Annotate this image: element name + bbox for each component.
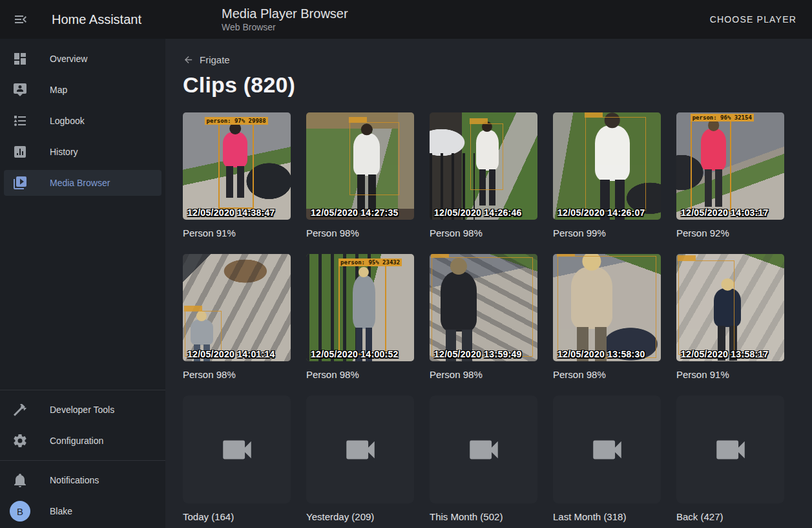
clip-thumbnail: 12/05/2020 14:26:07	[553, 112, 661, 220]
menu-open-icon[interactable]	[13, 12, 28, 27]
clip-card[interactable]: person: 97% 29988 12/05/2020 14:38:47 Pe…	[183, 112, 291, 238]
clip-card[interactable]: 12/05/2020 13:59:49 Person 98%	[430, 254, 537, 380]
detection-label	[678, 255, 696, 261]
bulleted-list-icon	[12, 113, 28, 129]
folder-label: Yesterday (209)	[306, 511, 414, 522]
clip-thumbnail: 12/05/2020 14:26:46	[430, 112, 537, 220]
folder-label: Last Month (318)	[553, 511, 661, 522]
app-bar: Media Player Browser Web Browser CHOOSE …	[165, 0, 812, 39]
clip-card[interactable]: 12/05/2020 14:01:14 Person 98%	[183, 254, 291, 380]
folder-thumbnail	[183, 396, 291, 503]
choose-player-button[interactable]: CHOOSE PLAYER	[703, 9, 803, 30]
page-title: Clips (820)	[183, 72, 812, 98]
app-title: Home Assistant	[52, 12, 141, 27]
sidebar-divider	[0, 460, 165, 461]
video-camera-icon	[465, 431, 503, 469]
sidebar-item-history[interactable]: History	[0, 136, 165, 167]
detection-label: person: 96% 32154	[691, 114, 754, 121]
detection-box	[678, 260, 734, 355]
folder-card[interactable]: Yesterday (209)	[306, 396, 414, 522]
profile-name: Blake	[50, 506, 72, 516]
content: Frigate Clips (820) person: 97% 29988 12…	[165, 39, 812, 528]
sidebar-item-logbook[interactable]: Logbook	[0, 105, 165, 136]
clip-label: Person 98%	[553, 369, 661, 380]
sidebar-item-label: Developer Tools	[50, 405, 114, 415]
sidebar-item-configuration[interactable]: Configuration	[0, 425, 165, 456]
timestamp-overlay: 12/05/2020 14:26:07	[557, 207, 645, 218]
folder-thumbnail	[676, 396, 784, 503]
detection-box	[349, 122, 399, 195]
detection-box: person: 97% 29988	[218, 123, 254, 209]
clip-card[interactable]: 12/05/2020 14:27:35 Person 98%	[306, 112, 414, 238]
detection-label	[349, 117, 367, 123]
folder-card[interactable]: Last Month (318)	[553, 396, 661, 522]
breadcrumb-label: Frigate	[200, 54, 230, 65]
folder-label: Today (164)	[183, 511, 291, 522]
dashboard-icon	[12, 51, 28, 67]
detection-label	[184, 306, 202, 312]
detection-label: person: 97% 29988	[205, 117, 268, 125]
clip-label: Person 91%	[676, 369, 784, 380]
clip-card[interactable]: person: 96% 32154 12/05/2020 14:03:17 Pe…	[676, 112, 784, 238]
media-grid: person: 97% 29988 12/05/2020 14:38:47 Pe…	[183, 112, 812, 522]
clip-label: Person 98%	[306, 369, 414, 380]
appbar-titles: Media Player Browser Web Browser	[165, 6, 348, 33]
detection-box	[557, 256, 657, 358]
clip-label: Person 99%	[553, 227, 661, 238]
folder-card[interactable]: Today (164)	[183, 396, 291, 522]
folder-label: This Month (502)	[430, 511, 537, 522]
folder-label: Back (427)	[676, 511, 784, 522]
folder-thumbnail	[430, 396, 537, 503]
sidebar-item-label: Map	[50, 85, 67, 95]
sidebar-item-overview[interactable]: Overview	[0, 43, 165, 74]
detection-label	[557, 254, 575, 257]
video-camera-icon	[588, 431, 626, 469]
video-camera-icon	[712, 431, 749, 469]
timestamp-overlay: 12/05/2020 13:59:49	[434, 349, 522, 359]
main-area: Media Player Browser Web Browser CHOOSE …	[165, 0, 812, 528]
folder-thumbnail	[306, 396, 414, 503]
clip-card[interactable]: 12/05/2020 14:26:46 Person 98%	[430, 112, 537, 238]
breadcrumb-back[interactable]: Frigate	[183, 54, 230, 65]
sidebar-item-notifications[interactable]: Notifications	[0, 465, 165, 496]
sidebar-item-profile[interactable]: B Blake	[0, 496, 165, 527]
clip-thumbnail: 12/05/2020 13:58:30	[553, 254, 661, 361]
timestamp-overlay: 12/05/2020 14:01:14	[187, 349, 275, 359]
detection-box: person: 95% 23432	[338, 265, 386, 355]
folder-card[interactable]: This Month (502)	[430, 396, 537, 522]
clip-card[interactable]: 12/05/2020 13:58:30 Person 98%	[553, 254, 661, 380]
hammer-icon	[12, 402, 28, 417]
gear-icon	[12, 433, 28, 449]
sidebar-item-label: History	[50, 147, 78, 157]
clip-label: Person 98%	[183, 369, 291, 380]
chart-box-icon	[12, 144, 28, 160]
detection-label	[585, 112, 603, 118]
clip-label: Person 92%	[676, 227, 784, 238]
clip-card[interactable]: person: 95% 23432 12/05/2020 14:00:52 Pe…	[306, 254, 414, 380]
detection-label	[431, 254, 449, 258]
detection-box	[432, 257, 533, 357]
play-box-multiple-icon	[12, 175, 28, 191]
arrow-left-icon	[183, 54, 194, 65]
clip-thumbnail: person: 96% 32154 12/05/2020 14:03:17	[676, 112, 784, 220]
sidebar-item-label: Notifications	[50, 475, 99, 485]
sidebar-item-media-browser[interactable]: Media Browser	[4, 170, 161, 196]
bell-icon	[12, 472, 28, 488]
clip-card[interactable]: 12/05/2020 13:58:17 Person 91%	[676, 254, 784, 380]
detection-label	[470, 118, 488, 124]
sidebar-divider	[0, 390, 165, 390]
clip-card[interactable]: 12/05/2020 14:26:07 Person 99%	[553, 112, 661, 238]
clip-label: Person 98%	[430, 227, 537, 238]
sidebar-header: Home Assistant	[0, 0, 165, 39]
clip-thumbnail: 12/05/2020 14:27:35	[306, 112, 414, 220]
video-camera-icon	[218, 431, 256, 469]
folder-card[interactable]: Back (427)	[676, 396, 784, 522]
clip-label: Person 98%	[306, 227, 414, 238]
sidebar-bottom: Notifications B Blake	[0, 465, 165, 528]
clip-thumbnail: 12/05/2020 14:01:14	[183, 254, 291, 361]
clip-thumbnail: 12/05/2020 13:59:49	[430, 254, 537, 361]
avatar: B	[10, 501, 30, 522]
sidebar-item-map[interactable]: Map	[0, 74, 165, 105]
sidebar-item-developer-tools[interactable]: Developer Tools	[0, 394, 165, 425]
page-header-subtitle: Web Browser	[222, 21, 348, 33]
